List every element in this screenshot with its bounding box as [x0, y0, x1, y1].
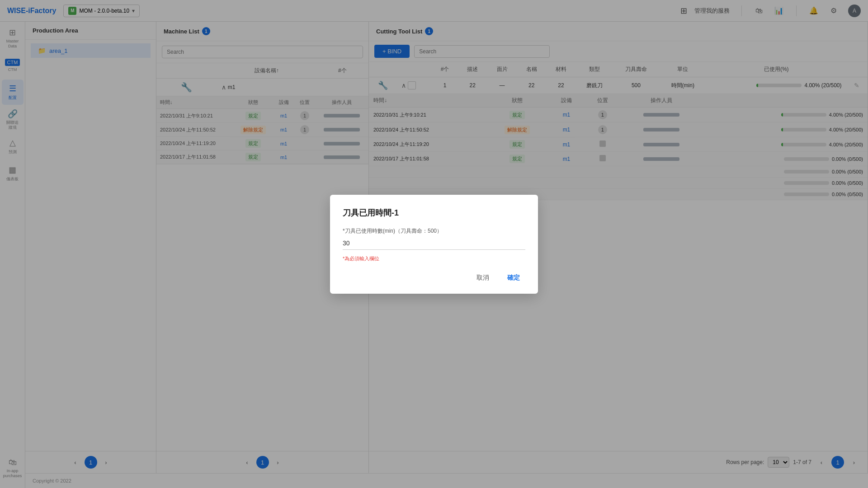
- dialog-cancel-btn[interactable]: 取消: [471, 271, 495, 285]
- dialog-field-label: *刀具已使用時數(min)（刀具壽命：500）: [343, 227, 525, 235]
- dialog: 刀具已用時間-1 *刀具已使用時數(min)（刀具壽命：500） *為必須輸入欄…: [330, 195, 538, 294]
- dialog-field: *刀具已使用時數(min)（刀具壽命：500）: [343, 227, 525, 250]
- dialog-title: 刀具已用時間-1: [343, 207, 525, 218]
- dialog-field-input[interactable]: [343, 237, 525, 250]
- dialog-confirm-btn[interactable]: 確定: [502, 271, 525, 285]
- dialog-overlay: 刀具已用時間-1 *刀具已使用時數(min)（刀具壽命：500） *為必須輸入欄…: [0, 0, 868, 488]
- dialog-hint: *為必須輸入欄位: [343, 255, 525, 262]
- dialog-actions: 取消 確定: [343, 271, 525, 285]
